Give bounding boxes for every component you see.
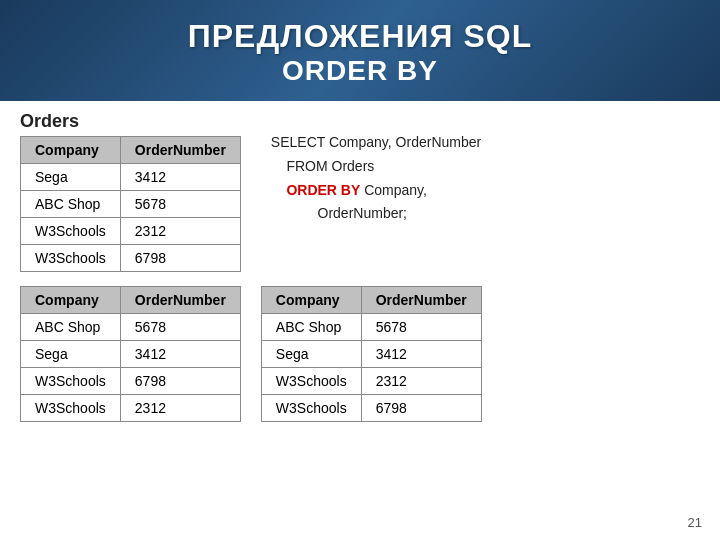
bottom-right-table: Company OrderNumber ABC Shop5678Sega3412… bbox=[261, 286, 482, 422]
table-row: ABC Shop5678 bbox=[261, 314, 481, 341]
table-row: Sega3412 bbox=[261, 341, 481, 368]
table-cell: 2312 bbox=[120, 395, 240, 422]
bottom-right-col-company: Company bbox=[261, 287, 361, 314]
table-row: ABC Shop5678 bbox=[21, 191, 241, 218]
table-cell: ABC Shop bbox=[21, 191, 121, 218]
table-row: W3Schools6798 bbox=[21, 368, 241, 395]
table-cell: 3412 bbox=[120, 164, 240, 191]
table-cell: 2312 bbox=[361, 368, 481, 395]
table-cell: 3412 bbox=[120, 341, 240, 368]
sql-line3: Company, bbox=[360, 182, 427, 198]
table-cell: W3Schools bbox=[21, 245, 121, 272]
bottom-left-table: Company OrderNumber ABC Shop5678Sega3412… bbox=[20, 286, 241, 422]
table-cell: Sega bbox=[21, 341, 121, 368]
bottom-left-col-company: Company bbox=[21, 287, 121, 314]
table-cell: Sega bbox=[261, 341, 361, 368]
table-cell: 6798 bbox=[120, 368, 240, 395]
table-cell: W3Schools bbox=[261, 368, 361, 395]
table-cell: ABC Shop bbox=[261, 314, 361, 341]
orders-label: Orders bbox=[20, 111, 241, 132]
bottom-left-header-row: Company OrderNumber bbox=[21, 287, 241, 314]
table-cell: 2312 bbox=[120, 218, 240, 245]
content: Orders Company OrderNumber Sega3412ABC S… bbox=[0, 101, 720, 432]
table-cell: W3Schools bbox=[21, 395, 121, 422]
bottom-section: Company OrderNumber ABC Shop5678Sega3412… bbox=[20, 286, 700, 422]
top-section: Orders Company OrderNumber Sega3412ABC S… bbox=[20, 111, 700, 272]
table-row: Sega3412 bbox=[21, 164, 241, 191]
table-cell: W3Schools bbox=[21, 368, 121, 395]
sql-keyword: ORDER BY bbox=[286, 182, 360, 198]
bottom-right-header-row: Company OrderNumber bbox=[261, 287, 481, 314]
table-cell: ABC Shop bbox=[21, 314, 121, 341]
bottom-left-table-container: Company OrderNumber ABC Shop5678Sega3412… bbox=[20, 286, 241, 422]
table-cell: W3Schools bbox=[21, 218, 121, 245]
header: ПРЕДЛОЖЕНИЯ SQL ORDER BY bbox=[0, 0, 720, 101]
bottom-left-table-body: ABC Shop5678Sega3412W3Schools6798W3Schoo… bbox=[21, 314, 241, 422]
table-cell: 5678 bbox=[120, 314, 240, 341]
header-title: ПРЕДЛОЖЕНИЯ SQL bbox=[0, 18, 720, 55]
sql-line2: FROM Orders bbox=[286, 158, 374, 174]
main-table-body: Sega3412ABC Shop5678W3Schools2312W3Schoo… bbox=[21, 164, 241, 272]
table-row: W3Schools2312 bbox=[21, 218, 241, 245]
table-row: W3Schools2312 bbox=[21, 395, 241, 422]
bottom-right-col-ordernumber: OrderNumber bbox=[361, 287, 481, 314]
table-cell: 3412 bbox=[361, 341, 481, 368]
page-number: 21 bbox=[688, 515, 702, 530]
table-cell: W3Schools bbox=[261, 395, 361, 422]
table-cell: 5678 bbox=[361, 314, 481, 341]
bottom-right-table-body: ABC Shop5678Sega3412W3Schools2312W3Schoo… bbox=[261, 314, 481, 422]
table-cell: Sega bbox=[21, 164, 121, 191]
main-table-col-ordernumber: OrderNumber bbox=[120, 137, 240, 164]
table-cell: 6798 bbox=[120, 245, 240, 272]
main-table-col-company: Company bbox=[21, 137, 121, 164]
table-cell: 5678 bbox=[120, 191, 240, 218]
main-table-header-row: Company OrderNumber bbox=[21, 137, 241, 164]
main-table-container: Orders Company OrderNumber Sega3412ABC S… bbox=[20, 111, 241, 272]
bottom-left-col-ordernumber: OrderNumber bbox=[120, 287, 240, 314]
sql-box: SELECT Company, OrderNumber FROM Orders … bbox=[261, 131, 481, 226]
table-row: W3Schools2312 bbox=[261, 368, 481, 395]
table-cell: 6798 bbox=[361, 395, 481, 422]
bottom-right-table-container: Company OrderNumber ABC Shop5678Sega3412… bbox=[261, 286, 482, 422]
header-subtitle: ORDER BY bbox=[0, 55, 720, 87]
table-row: ABC Shop5678 bbox=[21, 314, 241, 341]
table-row: Sega3412 bbox=[21, 341, 241, 368]
sql-line1: SELECT Company, OrderNumber bbox=[271, 134, 481, 150]
sql-line4: OrderNumber; bbox=[318, 205, 407, 221]
table-row: W3Schools6798 bbox=[21, 245, 241, 272]
main-table: Company OrderNumber Sega3412ABC Shop5678… bbox=[20, 136, 241, 272]
table-row: W3Schools6798 bbox=[261, 395, 481, 422]
